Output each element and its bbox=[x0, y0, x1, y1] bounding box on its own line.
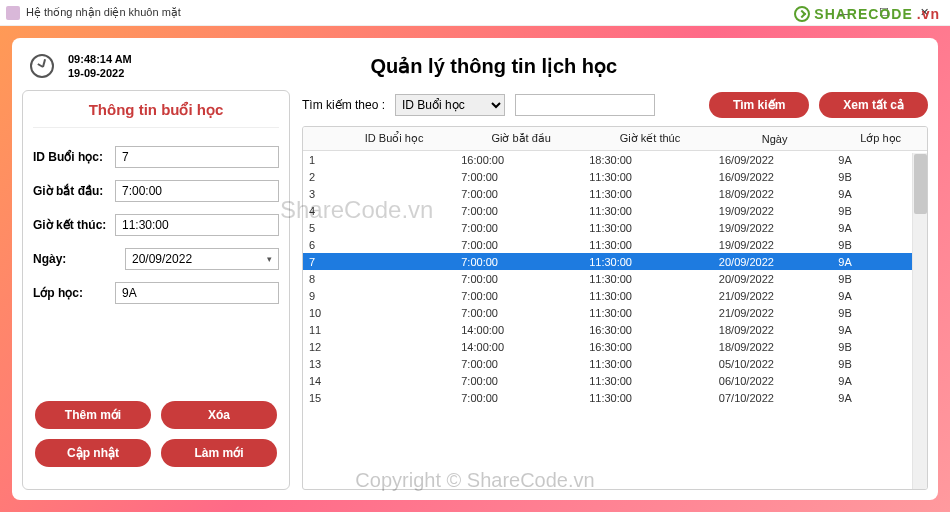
view-all-button[interactable]: Xem tất cả bbox=[819, 92, 928, 118]
vertical-scrollbar[interactable] bbox=[912, 153, 927, 489]
window-title: Hệ thống nhận diện khuôn mặt bbox=[26, 6, 181, 19]
table-row[interactable]: 87:00:0011:30:0020/09/20229B bbox=[303, 270, 927, 287]
table-row[interactable]: 1214:00:0016:30:0018/09/20229B bbox=[303, 338, 927, 355]
table-row[interactable]: 1114:00:0016:30:0018/09/20229A bbox=[303, 321, 927, 338]
table-row[interactable]: 67:00:0011:30:0019/09/20229B bbox=[303, 236, 927, 253]
table-row[interactable]: 47:00:0011:30:0019/09/20229B bbox=[303, 202, 927, 219]
column-header[interactable]: Giờ bắt đầu bbox=[457, 127, 585, 151]
table-row[interactable]: 37:00:0011:30:0018/09/20229A bbox=[303, 185, 927, 202]
app-panel: 09:48:14 AM 19-09-2022 Quản lý thông tin… bbox=[12, 38, 938, 500]
update-button[interactable]: Cập nhật bbox=[35, 439, 151, 467]
class-input[interactable] bbox=[115, 282, 279, 304]
sessions-table: ID Buổi họcGiờ bắt đầuGiờ kết thúcNgàyLớ… bbox=[302, 126, 928, 490]
search-by-select[interactable]: ID Buổi học bbox=[395, 94, 505, 116]
chevron-down-icon: ▾ bbox=[267, 254, 272, 264]
form-title: Thông tin buổi học bbox=[33, 97, 279, 128]
add-button[interactable]: Thêm mới bbox=[35, 401, 151, 429]
table-row[interactable]: 147:00:0011:30:0006/10/20229A bbox=[303, 372, 927, 389]
column-header[interactable]: Giờ kết thúc bbox=[585, 127, 715, 151]
refresh-button[interactable]: Làm mới bbox=[161, 439, 277, 467]
end-label: Giờ kết thúc: bbox=[33, 218, 115, 232]
recycle-icon bbox=[794, 6, 810, 22]
scroll-thumb[interactable] bbox=[914, 154, 927, 214]
table-row[interactable]: 107:00:0011:30:0021/09/20229B bbox=[303, 304, 927, 321]
id-label: ID Buổi học: bbox=[33, 150, 115, 164]
table-row[interactable]: 27:00:0011:30:0016/09/20229B bbox=[303, 168, 927, 185]
column-header[interactable]: ID Buổi học bbox=[331, 127, 457, 151]
sharecode-logo: SHARECODE.vn bbox=[794, 6, 940, 22]
class-label: Lớp học: bbox=[33, 286, 115, 300]
search-label: Tìm kiếm theo : bbox=[302, 98, 385, 112]
delete-button[interactable]: Xóa bbox=[161, 401, 277, 429]
table-row[interactable]: 137:00:0011:30:0005/10/20229B bbox=[303, 355, 927, 372]
date-label: Ngày: bbox=[33, 252, 125, 266]
end-input[interactable] bbox=[115, 214, 279, 236]
start-input[interactable] bbox=[115, 180, 279, 202]
table-row[interactable]: 116:00:0018:30:0016/09/20229A bbox=[303, 151, 927, 169]
session-form: Thông tin buổi học ID Buổi học: Giờ bắt … bbox=[22, 90, 290, 490]
id-input[interactable] bbox=[115, 146, 279, 168]
table-row[interactable]: 57:00:0011:30:0019/09/20229A bbox=[303, 219, 927, 236]
page-title: Quản lý thông tin lịch học bbox=[60, 54, 928, 78]
table-row[interactable]: 157:00:0011:30:0007/10/20229A bbox=[303, 389, 927, 406]
column-header[interactable]: Ngày bbox=[715, 127, 834, 151]
search-input[interactable] bbox=[515, 94, 655, 116]
clock-icon bbox=[30, 54, 54, 78]
table-row[interactable]: 97:00:0011:30:0021/09/20229A bbox=[303, 287, 927, 304]
column-header[interactable]: Lớp học bbox=[834, 127, 927, 151]
start-label: Giờ bắt đầu: bbox=[33, 184, 115, 198]
app-icon bbox=[6, 6, 20, 20]
search-button[interactable]: Tìm kiếm bbox=[709, 92, 809, 118]
date-picker[interactable]: 20/09/2022 ▾ bbox=[125, 248, 279, 270]
table-row[interactable]: 77:00:0011:30:0020/09/20229A bbox=[303, 253, 927, 270]
